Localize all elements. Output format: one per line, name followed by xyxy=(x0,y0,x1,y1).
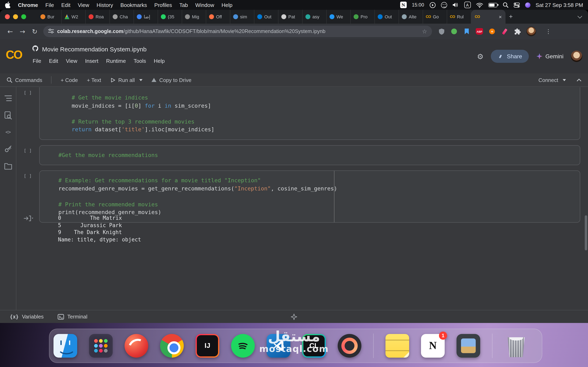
site-settings-icon[interactable] xyxy=(48,28,54,35)
launchpad-dock-icon[interactable] xyxy=(89,334,113,358)
add-code-button[interactable]: + Code xyxy=(61,77,78,83)
browser-tab[interactable]: Bur xyxy=(38,10,62,24)
active-tab-colab[interactable]: CO× xyxy=(471,10,506,24)
apple-logo-icon[interactable] xyxy=(5,2,11,8)
cell-run-indicator[interactable]: [ ] xyxy=(24,148,32,153)
preview-app-dock-icon[interactable] xyxy=(457,334,480,358)
menu-item-file[interactable]: File xyxy=(45,2,54,8)
menu-item-edit[interactable]: Edit xyxy=(61,2,70,8)
code-cell[interactable]: # Get the movie indices movie_indices = … xyxy=(39,87,580,140)
connect-button[interactable]: Connect xyxy=(538,77,566,83)
red-browser-dock-icon[interactable] xyxy=(125,334,148,358)
new-tab-button[interactable]: + xyxy=(506,10,516,24)
scrollbar-thumb[interactable] xyxy=(585,215,587,250)
menu-item-chrome[interactable]: Chrome xyxy=(18,2,38,8)
output-gutter-icon[interactable] xyxy=(24,215,34,223)
orange-plus-extension-icon[interactable]: + xyxy=(488,28,496,35)
menubar-date-time[interactable]: Sat 27 Sep 3:58 PM xyxy=(536,2,583,8)
gemini-button[interactable]: Gemini xyxy=(536,53,563,59)
browser-tab[interactable]: sim xyxy=(230,10,254,24)
browser-tab[interactable]: Off xyxy=(206,10,230,24)
settings-gear-icon[interactable]: ⚙ xyxy=(477,52,484,60)
browser-tab[interactable]: CORul xyxy=(447,10,471,24)
bookmark-star-icon[interactable]: ☆ xyxy=(422,28,427,35)
browser-tab[interactable]: Out xyxy=(375,10,399,24)
run-all-button[interactable]: Run all xyxy=(110,77,143,83)
menu-item-bookmarks[interactable]: Bookmarks xyxy=(121,2,147,8)
bookmark-flag-extension-icon[interactable] xyxy=(463,28,470,35)
emoji-menubar-icon[interactable] xyxy=(441,2,447,8)
code-cell[interactable]: #Get the movie recommendations xyxy=(39,145,580,165)
vscode-dock-icon[interactable] xyxy=(267,334,290,358)
menu-item-history[interactable]: History xyxy=(96,2,113,8)
browser-tab[interactable]: Roa xyxy=(86,10,110,24)
forward-button[interactable]: → xyxy=(16,27,29,35)
browser-profile-avatar[interactable] xyxy=(526,26,536,36)
volume-icon[interactable] xyxy=(452,2,459,8)
adguard-extension-icon[interactable] xyxy=(450,28,458,35)
menu-item-profiles[interactable]: Profiles xyxy=(154,2,172,8)
browser-tab[interactable]: Pro xyxy=(351,10,375,24)
recording-indicator-dot[interactable] xyxy=(525,2,530,8)
commands-button[interactable]: Commands xyxy=(7,77,42,83)
browser-tab[interactable]: Pat xyxy=(278,10,303,24)
browser-tab[interactable]: COGo xyxy=(423,10,447,24)
close-window-button[interactable] xyxy=(5,14,10,19)
trash-dock-icon[interactable] xyxy=(504,334,528,358)
minimize-window-button[interactable] xyxy=(13,14,18,19)
notion-dock-icon[interactable]: N 1 xyxy=(421,334,445,358)
highlighter-extension-icon[interactable] xyxy=(501,28,508,35)
address-bar[interactable]: colab.research.google.com/github/HanaATa… xyxy=(43,26,432,37)
back-button[interactable]: ← xyxy=(4,27,16,35)
browser-tab[interactable]: W2 xyxy=(62,10,86,24)
close-tab-icon[interactable]: × xyxy=(499,14,502,19)
control-center-icon[interactable] xyxy=(513,2,520,8)
chrome-dock-icon[interactable] xyxy=(160,334,184,358)
notion-menubar-icon[interactable]: N xyxy=(400,2,406,8)
wifi-icon[interactable] xyxy=(476,2,483,8)
adblock-plus-extension-icon[interactable]: ABP xyxy=(476,28,483,35)
colab-menu-runtime[interactable]: Runtime xyxy=(106,58,126,64)
tab-search-button[interactable] xyxy=(576,13,584,20)
browser-menu-kebab-icon[interactable]: ⋮ xyxy=(545,28,551,35)
colab-menu-view[interactable]: View xyxy=(66,58,77,64)
input-source-icon[interactable]: A xyxy=(464,2,471,8)
browser-tab[interactable]: We xyxy=(327,10,351,24)
menu-item-tab[interactable]: Tab xyxy=(180,2,188,8)
fullscreen-window-button[interactable] xyxy=(21,14,26,19)
colab-menu-edit[interactable]: Edit xyxy=(49,58,58,64)
ai-sparkle-icon[interactable] xyxy=(290,313,298,322)
colab-menu-insert[interactable]: Insert xyxy=(85,58,98,64)
finder-dock-icon[interactable] xyxy=(53,334,77,358)
colab-menu-tools[interactable]: Tools xyxy=(134,58,146,64)
browser-tab[interactable]: (35 xyxy=(158,10,182,24)
add-text-button[interactable]: + Text xyxy=(87,77,101,83)
cell-run-indicator[interactable]: [ ] xyxy=(24,90,32,95)
spotify-dock-icon[interactable] xyxy=(231,334,255,358)
menu-item-window[interactable]: Window xyxy=(195,2,214,8)
collapse-header-button[interactable] xyxy=(577,78,581,82)
notebook-title[interactable]: Movie Recommendation System.ipynb xyxy=(42,46,147,53)
variables-button[interactable]: {x} Variables xyxy=(10,314,44,320)
clion-dock-icon[interactable]: CL xyxy=(302,334,326,358)
colab-menu-file[interactable]: File xyxy=(33,58,41,64)
colab-profile-avatar[interactable] xyxy=(571,50,582,62)
terminal-button[interactable]: Terminal xyxy=(58,314,87,320)
intellij-dock-icon[interactable]: IJ xyxy=(196,334,219,358)
browser-tab[interactable]: Mig xyxy=(182,10,206,24)
stickies-dock-icon[interactable] xyxy=(385,334,409,358)
menu-item-help[interactable]: Help xyxy=(222,2,233,8)
copy-to-drive-button[interactable]: Copy to Drive xyxy=(151,77,191,83)
browser-tab[interactable]: Cha xyxy=(110,10,134,24)
reload-button[interactable]: ↻ xyxy=(29,27,41,35)
battery-icon[interactable] xyxy=(488,3,497,7)
browser-tab[interactable]: إضا xyxy=(134,10,158,24)
browser-tab[interactable]: asy xyxy=(303,10,327,24)
cell-run-indicator[interactable]: [ ] xyxy=(24,173,32,179)
share-button[interactable]: Share xyxy=(491,50,529,63)
browser-tab[interactable]: Alte xyxy=(399,10,423,24)
play-circle-icon[interactable] xyxy=(429,2,435,8)
ring-app-dock-icon[interactable] xyxy=(338,334,361,358)
colab-logo[interactable]: CO xyxy=(6,48,22,62)
menu-item-view[interactable]: View xyxy=(78,2,89,8)
